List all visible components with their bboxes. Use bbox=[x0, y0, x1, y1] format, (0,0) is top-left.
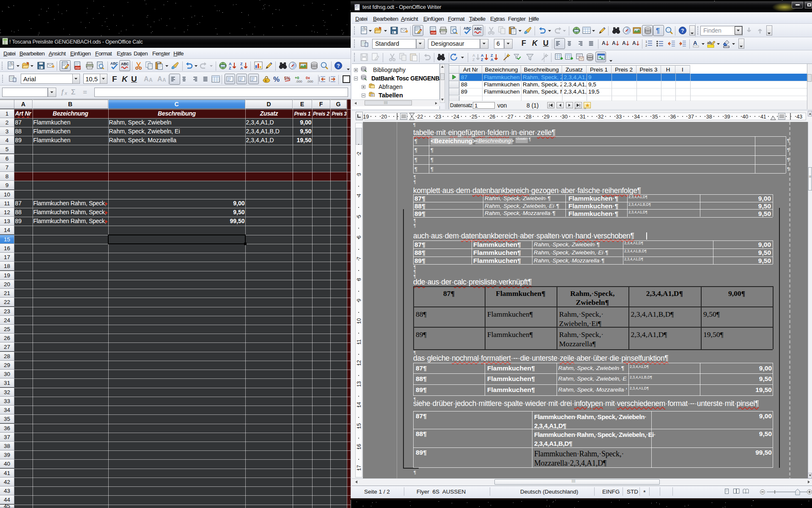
svg-text:?: ? bbox=[681, 28, 684, 34]
svg-text:PDF: PDF bbox=[75, 67, 80, 69]
svg-text:¶: ¶ bbox=[656, 27, 660, 34]
svg-text:A: A bbox=[472, 53, 475, 58]
svg-text:Z: Z bbox=[491, 53, 493, 58]
svg-text:PDF: PDF bbox=[431, 32, 436, 34]
svg-text:ABC: ABC bbox=[474, 27, 482, 31]
svg-text:Z: Z bbox=[472, 58, 475, 62]
svg-text:A: A bbox=[491, 58, 494, 62]
svg-text:A: A bbox=[229, 62, 232, 66]
svg-text:$: $ bbox=[265, 79, 267, 83]
svg-text:A: A bbox=[693, 40, 697, 46]
svg-text:.000: .000 bbox=[307, 80, 313, 83]
svg-text:2: 2 bbox=[645, 44, 647, 47]
svg-text:Z: Z bbox=[229, 66, 231, 70]
svg-text:?: ? bbox=[337, 63, 340, 69]
svg-text:.000: .000 bbox=[296, 80, 302, 83]
svg-text:A: A bbox=[481, 53, 484, 58]
svg-text:Z: Z bbox=[240, 62, 243, 66]
svg-text:Z: Z bbox=[481, 58, 483, 62]
svg-text:ABC: ABC bbox=[121, 62, 129, 66]
svg-text:A: A bbox=[240, 66, 243, 70]
svg-text:1: 1 bbox=[645, 40, 647, 44]
svg-text:5%: 5% bbox=[284, 76, 291, 81]
svg-text:A: A bbox=[602, 40, 606, 46]
svg-text:A: A bbox=[632, 40, 636, 46]
svg-text:A: A bbox=[622, 40, 626, 46]
svg-text:A: A bbox=[612, 40, 616, 46]
